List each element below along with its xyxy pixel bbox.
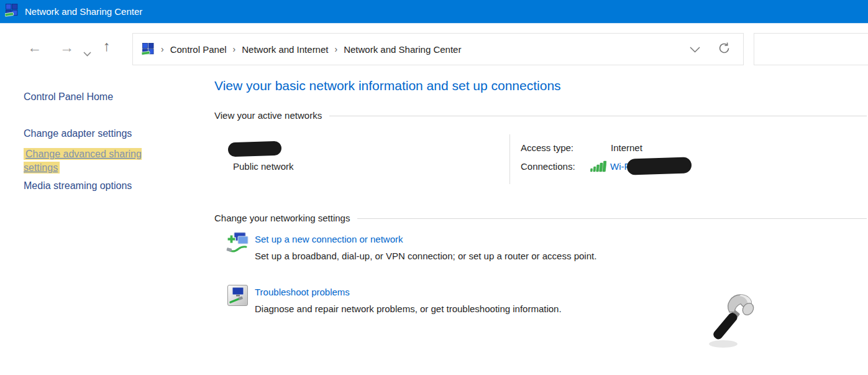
refresh-icon[interactable] <box>718 42 731 57</box>
breadcrumb-separator: › <box>233 44 236 54</box>
redacted-network-name <box>228 141 282 157</box>
network-panel-divider <box>509 134 510 184</box>
recent-pages-chevron-icon[interactable] <box>83 45 91 59</box>
troubleshoot-problems-icon[interactable] <box>227 285 248 308</box>
access-type-label: Access type: <box>521 142 611 153</box>
redacted-wifi-name <box>627 157 692 175</box>
hammer-cursor-icon <box>703 290 761 354</box>
up-button[interactable]: ↑ <box>103 39 111 53</box>
breadcrumb-network-and-internet[interactable]: Network and Internet <box>242 44 328 55</box>
active-networks-section-header: View your active networks <box>214 110 867 121</box>
sidebar-item-media-streaming-options[interactable]: Media streaming options <box>24 180 132 192</box>
network-profile-label: Public network <box>233 161 294 172</box>
setup-new-connection-description: Set up a broadband, dial-up, or VPN conn… <box>255 251 596 261</box>
connections-label: Connections: <box>521 161 590 172</box>
wifi-signal-icon <box>590 160 606 174</box>
title-bar: Network and Sharing Center <box>0 0 868 24</box>
active-networks-section-title: View your active networks <box>214 110 322 121</box>
highlighted-link-label: Change advanced sharing settings <box>24 148 142 174</box>
page-title: View your basic network information and … <box>214 78 561 93</box>
setup-new-connection-link[interactable]: Set up a new connection or network <box>255 234 403 244</box>
breadcrumb-separator: › <box>161 44 164 54</box>
networking-settings-section-header: Change your networking settings <box>214 213 867 223</box>
address-location-icon <box>142 43 155 57</box>
connections-row: Connections: Wi-Fi <box>521 158 692 174</box>
setup-new-connection-icon[interactable] <box>225 231 249 256</box>
search-input[interactable] <box>754 34 868 65</box>
access-type-value: Internet <box>611 142 642 153</box>
access-type-row: Access type: Internet <box>521 142 642 153</box>
breadcrumb-separator: › <box>334 44 337 54</box>
troubleshoot-problems-description: Diagnose and repair network problems, or… <box>255 303 562 314</box>
sidebar-item-change-advanced-sharing-settings[interactable]: Change advanced sharing settings <box>24 147 162 175</box>
breadcrumb-control-panel[interactable]: Control Panel <box>170 44 227 55</box>
troubleshoot-problems-link[interactable]: Troubleshoot problems <box>255 287 350 297</box>
address-bar[interactable]: › Control Panel › Network and Internet ›… <box>132 33 744 65</box>
network-sharing-center-icon <box>5 4 19 19</box>
back-button[interactable]: ← <box>27 40 42 55</box>
window-title: Network and Sharing Center <box>25 6 142 17</box>
address-dropdown-chevron-icon[interactable] <box>690 44 700 55</box>
section-divider <box>329 116 867 116</box>
search-box <box>754 33 868 65</box>
network-sharing-center-window: Network and Sharing Center ← → ↑ › Contr… <box>0 0 868 375</box>
section-divider <box>357 218 867 219</box>
forward-button[interactable]: → <box>60 40 74 55</box>
breadcrumb-network-and-sharing-center[interactable]: Network and Sharing Center <box>344 44 461 55</box>
networking-settings-section-title: Change your networking settings <box>214 213 350 223</box>
sidebar-item-control-panel-home[interactable]: Control Panel Home <box>24 91 113 103</box>
sidebar-item-change-adapter-settings[interactable]: Change adapter settings <box>24 128 132 139</box>
